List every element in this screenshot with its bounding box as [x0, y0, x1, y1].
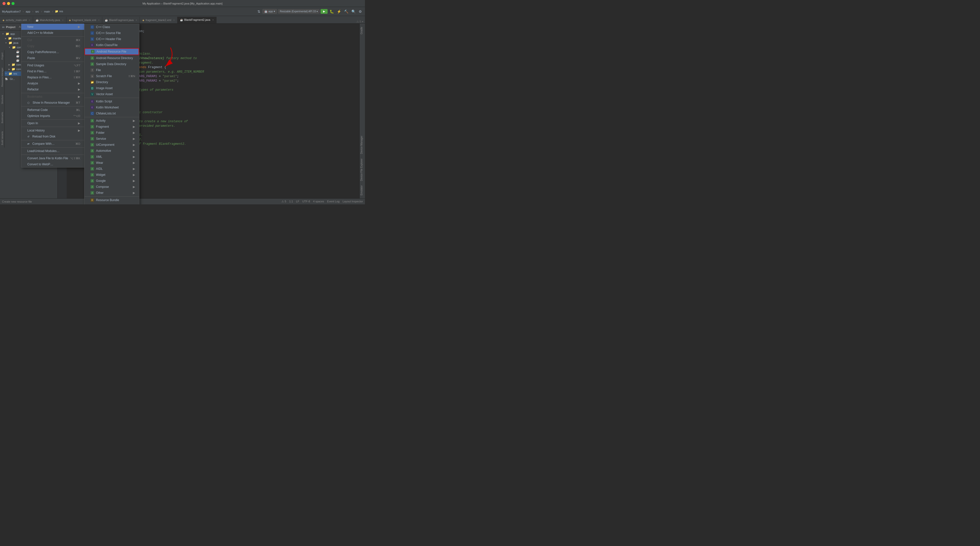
new-widget[interactable]: A Widget ▶ [84, 172, 139, 178]
new-scratch-file[interactable]: s Scratch File ⇧⌘N [84, 73, 139, 79]
new-folder[interactable]: A Folder ▶ [84, 130, 139, 136]
close-button[interactable] [3, 2, 5, 5]
profile-button[interactable]: ⚡ [336, 9, 342, 14]
device-file-explorer-tab[interactable]: Device File Explorer [360, 157, 365, 183]
run-button[interactable]: ▶ [321, 9, 328, 14]
resource-manager-side-tab[interactable]: Resource Manager [0, 66, 4, 89]
new-uicomponent[interactable]: A UiComponent ▶ [84, 142, 139, 148]
tab-fragment-blank-xml[interactable]: ◈ fragment_blank.xml × [67, 17, 102, 23]
breadcrumb-myapplication[interactable]: MyApplication7 [2, 10, 21, 13]
cpp-header-icon: h [91, 37, 94, 41]
config-selector[interactable]: 🤖 app ▾ [262, 9, 277, 14]
new-cpp-header[interactable]: h C/C++ Header File [84, 36, 139, 42]
search-button[interactable]: 🔍 [350, 9, 357, 14]
ctx-compare-with[interactable]: ⇄ Compare With… ⌘D [21, 141, 84, 147]
ctx-reload-disk[interactable]: ↺ Reload from Disk [21, 133, 84, 140]
other-icon: A [91, 191, 94, 195]
kotlin-worksheet-icon: K [91, 106, 94, 109]
right-sidebar: Gradle Device Manager Device File Explor… [360, 24, 365, 198]
tab-activity-main-xml[interactable]: ◈ activity_main.xml × [0, 17, 33, 23]
minimize-button[interactable] [7, 2, 10, 5]
tab-mainactivity-java[interactable]: ☕ MainActivity.java × [33, 17, 67, 23]
new-compose[interactable]: A Compose ▶ [84, 184, 139, 190]
new-automotive[interactable]: A Automotive ▶ [84, 148, 139, 154]
new-sample-data-dir[interactable]: A Sample Data Directory [84, 61, 139, 67]
settings-button[interactable]: ⚙ [358, 9, 363, 14]
new-kotlin-worksheet[interactable]: K Kotlin Worksheet [84, 105, 139, 110]
ctx-new[interactable]: New ▶ C C++ Class c C/C++ Source File h … [21, 24, 84, 30]
ctx-open-in[interactable]: Open In ▶ [21, 120, 84, 126]
tab-fragment-blank2-xml[interactable]: ◈ fragment_blank2.xml × [140, 17, 177, 23]
project-side-tab[interactable]: Project [0, 51, 4, 61]
ctx-replace-files[interactable]: Replace in Files… ⇧⌘R [21, 75, 84, 80]
event-log[interactable]: Event Log [327, 200, 340, 203]
bookmarks-side-tab[interactable]: Bookmarks [0, 110, 4, 125]
ctx-paste[interactable]: Paste ⌘V [21, 55, 84, 61]
new-android-resource-file[interactable]: A Android Resource File [84, 48, 139, 55]
new-other[interactable]: A Other ▶ [84, 190, 139, 196]
tab-blankfragment-java[interactable]: ☕ BlankFragment.java × [102, 17, 140, 23]
ctx-analyze[interactable]: Analyze ▶ [21, 80, 84, 86]
scratch-icon: s [91, 75, 94, 78]
new-android-resource-dir[interactable]: A Android Resource Directory [84, 55, 139, 61]
structure-side-tab[interactable]: Structure [0, 94, 4, 106]
resource-bundle-icon: R [91, 198, 94, 202]
breadcrumb-main[interactable]: main [44, 10, 50, 13]
aidl-arrow: ▶ [133, 167, 135, 171]
breadcrumb-src[interactable]: src [35, 10, 39, 13]
layout-inspector[interactable]: Layout Inspector [343, 200, 363, 203]
sync-button[interactable]: ⇅ [256, 9, 261, 14]
ctx-reformat[interactable]: Reformat Code ⌘L [21, 107, 84, 113]
breadcrumb-app[interactable]: app [26, 10, 30, 13]
new-file[interactable]: f File [84, 67, 139, 73]
new-editorconfig[interactable]: E EditorConfig File [84, 203, 139, 205]
wear-icon: A [91, 161, 94, 165]
new-image-asset[interactable]: 🖼 Image Asset [84, 85, 139, 91]
new-cmakelists[interactable]: C CMakeLists.txt [84, 110, 139, 116]
device-manager-tab[interactable]: Device Manager [360, 134, 365, 156]
build-variants-side-tab[interactable]: Build Variants [0, 130, 4, 146]
gradle-tab[interactable]: Gradle [360, 25, 365, 37]
maximize-button[interactable] [11, 2, 14, 5]
new-vector-asset[interactable]: V Vector Asset [84, 91, 139, 97]
debug-button[interactable]: 🐛 [329, 9, 335, 14]
new-kotlin-class[interactable]: K Kotlin Class/File [84, 42, 139, 48]
new-xml[interactable]: A XML ▶ [84, 154, 139, 160]
ctx-show-resource-manager[interactable]: ⬡ Show In Resource Manager ⌘T [21, 100, 84, 106]
new-fragment[interactable]: A Fragment ▶ [84, 124, 139, 130]
new-service[interactable]: A Service ▶ [84, 136, 139, 142]
new-resource-bundle[interactable]: R Resource Bundle [84, 197, 139, 203]
service-icon: A [91, 137, 94, 141]
warnings-badge: ⚠ 5 ▾ [356, 20, 363, 23]
breadcrumb-res[interactable]: 📁 res [55, 10, 63, 13]
ctx-copy: Copy ⌘C [21, 43, 84, 49]
new-kotlin-script[interactable]: K Kotlin Script [84, 98, 139, 105]
new-directory[interactable]: 📁 Directory [84, 79, 139, 85]
ctx-load-unload[interactable]: Load/Unload Modules… [21, 148, 84, 154]
ctx-local-history[interactable]: Local History ▶ [21, 127, 84, 133]
build-button[interactable]: 🔨 [343, 9, 349, 14]
ctx-convert-webp[interactable]: Convert to WebP… [21, 161, 84, 167]
ctx-add-cpp[interactable]: Add C++ to Module [21, 30, 84, 36]
ctx-copy-path[interactable]: Copy Path/Reference… [21, 49, 84, 55]
sep-main-2 [21, 62, 84, 62]
new-cpp-class[interactable]: C C++ Class [84, 24, 139, 30]
new-wear[interactable]: A Wear ▶ [84, 160, 139, 166]
cursor-position: 1:1 [289, 200, 293, 203]
automotive-arrow: ▶ [133, 149, 135, 152]
new-cpp-source[interactable]: c C/C++ Source File [84, 30, 139, 36]
ctx-optimize-imports[interactable]: Optimize Imports ^⌥O [21, 113, 84, 119]
ctx-find-usages[interactable]: Find Usages ⌥F7 [21, 62, 84, 68]
tab-blankfragment2-java[interactable]: ☕ BlankFragment2.java × [177, 17, 216, 23]
run-config-badge[interactable]: Resizable (Experimental) API 33 ▾ [278, 9, 320, 14]
compare-icon: ⇄ [27, 143, 29, 145]
indent: 4 spaces [313, 200, 324, 203]
ctx-find-files[interactable]: Find in Files… ⇧⌘F [21, 68, 84, 75]
new-activity[interactable]: A Activity ▶ [84, 118, 139, 124]
ctx-new-arrow: ▶ [78, 25, 80, 29]
new-aidl[interactable]: A AIDL ▶ [84, 166, 139, 172]
ctx-refactor[interactable]: Refactor ▶ [21, 86, 84, 92]
ctx-convert-java-kotlin[interactable]: Convert Java File to Kotlin File ⌥⇧⌘K [21, 155, 84, 161]
new-google[interactable]: A Google ▶ [84, 178, 139, 184]
emulator-tab[interactable]: Emulator [360, 183, 365, 197]
